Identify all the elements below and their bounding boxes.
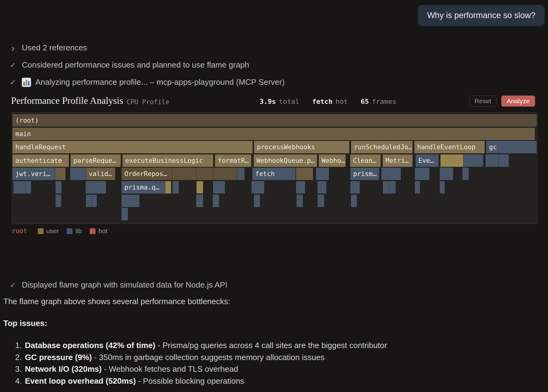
flame-frame[interactable]: prisma.q… [122, 181, 165, 194]
flame-frame[interactable] [486, 155, 499, 167]
step-label: Analyzing performance profile... – mcp-a… [35, 77, 285, 87]
user-message-bubble: Why is performance so slow? [418, 5, 545, 26]
step-label: Displayed flame graph with simulated dat… [22, 280, 227, 290]
flame-frame-label: main [13, 130, 31, 138]
step-displayed-flame-graph: ✓ Displayed flame graph with simulated d… [8, 280, 227, 290]
legend-item-user: user [38, 227, 59, 235]
flame-frame[interactable] [440, 168, 453, 180]
flame-frame[interactable] [86, 181, 106, 194]
flame-frame-label: parseReque… [71, 157, 116, 164]
flame-frame[interactable] [415, 181, 420, 194]
flame-frame-label: (root) [13, 117, 39, 124]
flame-frame[interactable]: gc [486, 141, 537, 153]
flame-frame[interactable] [173, 168, 196, 180]
flame-frame-label: OrderRepos… [122, 170, 167, 178]
flame-frame[interactable]: handleRequest [13, 141, 252, 153]
flame-frame[interactable]: valid… [86, 168, 115, 180]
flame-frame[interactable]: authenticate [13, 155, 69, 167]
stat-frames: 65frames [361, 98, 396, 105]
flame-frame[interactable] [351, 195, 357, 207]
flame-frame[interactable]: runScheduledJo… [351, 141, 413, 153]
flame-frame[interactable] [237, 168, 245, 180]
flame-frame[interactable]: main [13, 128, 535, 140]
flame-frame[interactable] [382, 168, 401, 180]
flame-frame[interactable] [173, 181, 179, 194]
flame-frame-label: handleRequest [13, 143, 66, 151]
flame-frame[interactable]: handleEventLoop [414, 141, 485, 153]
user-message-text: Why is performance so slow? [427, 11, 535, 20]
flame-frame[interactable] [389, 181, 396, 194]
flame-frame[interactable]: processWebhooks [254, 141, 349, 153]
flame-frame[interactable] [254, 195, 260, 207]
flame-frame[interactable] [86, 195, 92, 207]
flame-frame[interactable] [25, 181, 31, 194]
flame-frame[interactable] [296, 168, 313, 180]
flame-frame[interactable] [122, 208, 128, 220]
issue-item: 1.Database operations (42% of time) - Pr… [3, 339, 387, 351]
flame-frame[interactable]: Clean… [350, 155, 381, 167]
flame-frame-label: Clean… [350, 157, 376, 164]
flame-frame[interactable]: formatR… [215, 155, 251, 167]
flame-frame[interactable] [318, 195, 324, 207]
flame-frame[interactable] [56, 195, 61, 207]
flame-frame[interactable] [92, 195, 97, 207]
step-label: Considered performance issues and planne… [22, 60, 249, 70]
flame-frame[interactable]: fetch [252, 168, 296, 180]
flame-frame[interactable] [440, 181, 445, 194]
flame-frame[interactable] [196, 195, 203, 207]
flame-frame[interactable]: WebhookQueue.p… [254, 155, 317, 167]
flame-frame[interactable] [499, 155, 509, 167]
check-icon: ✓ [8, 61, 18, 69]
flame-frame[interactable] [463, 168, 469, 180]
flame-graph[interactable]: (root)mainhandleRequestprocessWebhooksru… [12, 112, 538, 224]
flame-frame[interactable]: Webho… [319, 155, 346, 167]
stat-total-value: 3.9s [260, 98, 276, 105]
flame-frame[interactable] [213, 195, 219, 207]
flame-frame[interactable]: OrderRepos… [122, 168, 172, 180]
flame-frame-label: authenticate [13, 157, 62, 164]
flame-frame[interactable] [56, 181, 61, 194]
flame-frame[interactable] [14, 181, 25, 194]
flame-frame-label: handleEventLoop [414, 143, 476, 151]
flame-frame-label: prisma.q… [122, 184, 159, 191]
flame-frame[interactable] [252, 181, 264, 194]
flame-frame[interactable] [197, 168, 213, 180]
flame-frame[interactable] [70, 168, 86, 180]
flame-frame[interactable] [316, 168, 329, 180]
flame-frame[interactable] [122, 195, 139, 207]
profile-stats: 3.9stotal fetchhot 65frames [260, 98, 396, 105]
legend-root-label: root [12, 227, 27, 235]
flame-frame[interactable]: prism… [350, 168, 379, 180]
flame-frame[interactable] [297, 195, 303, 207]
flame-frame[interactable] [464, 155, 483, 167]
flame-frame[interactable] [213, 168, 237, 180]
analyze-button[interactable]: Analyze [501, 96, 535, 107]
flame-frame[interactable] [440, 155, 463, 167]
step-analyzing-profile: ✓ Analyzing performance profile... – mcp… [8, 77, 285, 87]
flame-frame[interactable] [197, 181, 203, 194]
flame-frame[interactable]: (root) [13, 114, 537, 127]
flame-frame[interactable] [55, 168, 65, 180]
step-used-references[interactable]: › Used 2 references [8, 43, 87, 53]
flame-frame[interactable]: parseReque… [71, 155, 121, 167]
flame-frame[interactable] [350, 181, 360, 194]
flame-frame[interactable]: jwt.veri… [13, 168, 55, 180]
flame-frame-label: processWebhooks [254, 143, 315, 151]
flame-frame-label: formatR… [215, 157, 249, 164]
flame-frame[interactable]: Metri… [383, 155, 413, 167]
flame-frame[interactable] [296, 181, 305, 194]
flame-frame[interactable] [165, 181, 171, 194]
legend-item-hot: hot [90, 227, 107, 235]
issue-item: 2.GC pressure (9%) - 350ms in garbage co… [3, 351, 387, 363]
flame-frame[interactable]: Eve… [416, 155, 439, 167]
stat-total: 3.9stotal [260, 98, 299, 105]
flame-frame[interactable] [383, 181, 389, 194]
flame-frame[interactable] [318, 181, 326, 194]
flame-frame[interactable] [415, 168, 429, 180]
legend-swatch [90, 228, 96, 234]
chevron-right-icon: › [8, 44, 18, 52]
legend-swatch [38, 228, 44, 234]
flame-frame[interactable] [213, 181, 225, 194]
flame-frame[interactable]: executeBusinessLogic [123, 155, 213, 167]
reset-button[interactable]: Reset [469, 96, 496, 107]
